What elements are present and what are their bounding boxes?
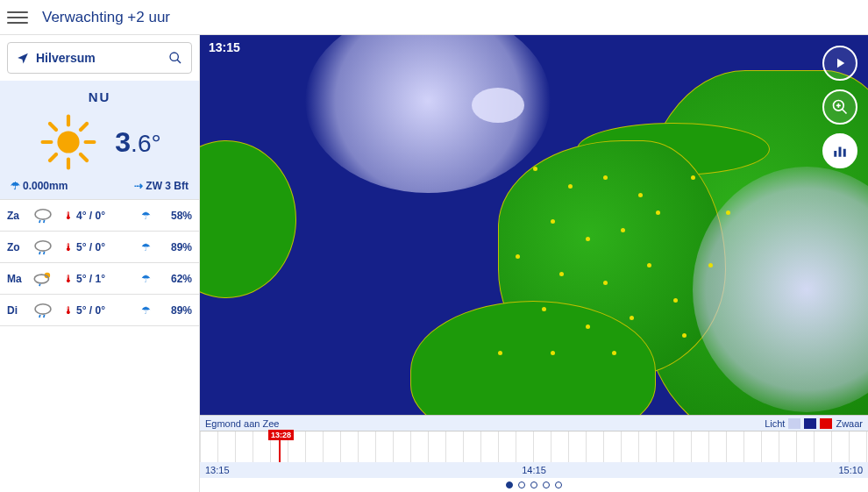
- wind-icon: ⇢: [134, 180, 143, 192]
- svg-rect-29: [843, 149, 846, 157]
- page-dot[interactable]: [518, 481, 525, 488]
- chart-button[interactable]: [822, 133, 857, 168]
- cloud-sun-icon: [32, 270, 63, 288]
- umbrella-icon: ☂: [141, 241, 151, 253]
- search-icon[interactable]: [168, 51, 182, 65]
- zoom-in-button[interactable]: [822, 89, 857, 125]
- rain-probability: 58%: [153, 210, 192, 222]
- svg-line-22: [44, 314, 45, 317]
- wind-value: ⇢ ZW 3 Bft: [134, 180, 189, 192]
- day-label: Za: [7, 210, 32, 222]
- svg-point-0: [170, 53, 178, 61]
- intensity-legend: Licht Zwaar: [765, 418, 863, 429]
- forecast-row[interactable]: Za 🌡 4° / 0° ☂ 58%: [0, 200, 199, 232]
- current-temperature: 3.6°: [115, 126, 160, 159]
- thermometer-icon: 🌡: [63, 273, 74, 285]
- thermometer-icon: 🌡: [63, 304, 74, 317]
- umbrella-icon: ☂: [141, 273, 151, 285]
- svg-line-16: [44, 251, 45, 253]
- umbrella-icon: ☂: [141, 304, 151, 317]
- app-header: Verwachting +2 uur: [0, 0, 868, 35]
- svg-line-13: [44, 219, 45, 222]
- current-weather-card[interactable]: NU: [0, 81, 199, 200]
- thermometer-icon: 🌡: [63, 210, 74, 222]
- rain-probability: 89%: [153, 241, 192, 253]
- svg-rect-28: [839, 147, 842, 157]
- forecast-row[interactable]: Ma 🌡 5° / 1° ☂ 62%: [0, 263, 199, 295]
- temp-range: 5° / 0°: [76, 304, 141, 317]
- svg-line-19: [39, 283, 40, 285]
- temp-range: 5° / 1°: [76, 273, 141, 285]
- page-title: Verwachting +2 uur: [42, 9, 170, 26]
- svg-line-24: [843, 110, 847, 114]
- location-name: Hilversum: [36, 51, 168, 65]
- timeline-start: 13:15: [205, 465, 230, 475]
- timeline-mid: 14:15: [522, 465, 546, 475]
- forecast-row[interactable]: Di 🌡 5° / 0° ☂ 89%: [0, 295, 199, 326]
- forecast-row[interactable]: Zo 🌡 5° / 0° ☂ 89%: [0, 232, 199, 263]
- umbrella-icon: ☂: [11, 180, 20, 192]
- location-arrow-icon: [17, 52, 29, 64]
- svg-point-14: [35, 240, 51, 250]
- svg-line-8: [81, 154, 87, 160]
- play-button[interactable]: [822, 46, 857, 81]
- svg-line-10: [50, 154, 56, 160]
- timeline-labels: 13:15 14:15 15:10: [200, 462, 868, 478]
- day-label: Zo: [7, 241, 32, 253]
- svg-line-1: [177, 60, 181, 63]
- thermometer-icon: 🌡: [63, 241, 74, 253]
- page-dot[interactable]: [543, 481, 550, 488]
- cloud-rain-icon: [32, 239, 63, 256]
- cloud-rain-icon: [32, 207, 63, 225]
- day-label: Ma: [7, 273, 32, 285]
- precipitation-cloud: [472, 88, 524, 123]
- menu-icon[interactable]: [7, 7, 28, 28]
- temp-range: 4° / 0°: [76, 210, 141, 222]
- rain-probability: 62%: [153, 273, 192, 285]
- svg-line-21: [39, 314, 40, 317]
- svg-line-9: [81, 124, 87, 130]
- svg-point-20: [35, 303, 51, 313]
- sidebar: Hilversum NU: [0, 35, 200, 492]
- page-dot[interactable]: [506, 481, 513, 488]
- sun-icon: [38, 111, 99, 173]
- page-dot[interactable]: [530, 481, 537, 488]
- precipitation-value: ☂ 0.000mm: [11, 180, 68, 192]
- cloud-rain-icon: [32, 302, 63, 319]
- svg-line-15: [39, 251, 40, 253]
- map-timestamp: 13:15: [209, 40, 240, 54]
- rain-probability: 89%: [153, 304, 192, 317]
- svg-point-18: [34, 275, 48, 283]
- temp-range: 5° / 0°: [76, 241, 141, 253]
- svg-line-12: [39, 219, 40, 222]
- location-search[interactable]: Hilversum: [7, 42, 192, 74]
- map-panel: 13:15 Egmond aan Zee Licht Zwaar: [200, 35, 868, 492]
- svg-line-7: [50, 124, 56, 130]
- timeline-header: Egmond aan Zee Licht Zwaar: [200, 415, 868, 431]
- svg-rect-27: [834, 151, 836, 157]
- day-label: Di: [7, 304, 32, 317]
- umbrella-icon: ☂: [141, 210, 151, 222]
- radar-map[interactable]: 13:15: [200, 35, 868, 415]
- page-dot[interactable]: [555, 481, 562, 488]
- timeline-marker[interactable]: [279, 431, 281, 462]
- now-label: NU: [7, 89, 192, 104]
- svg-point-2: [58, 131, 80, 153]
- map-location-label: Egmond aan Zee: [205, 418, 279, 429]
- svg-point-11: [35, 209, 51, 218]
- page-indicator[interactable]: [200, 478, 868, 492]
- timeline-end: 15:10: [838, 465, 863, 475]
- forecast-list: Za 🌡 4° / 0° ☂ 58% Zo 🌡 5° / 0° ☂ 89%: [0, 200, 199, 492]
- timeline-scrubber[interactable]: [200, 431, 868, 462]
